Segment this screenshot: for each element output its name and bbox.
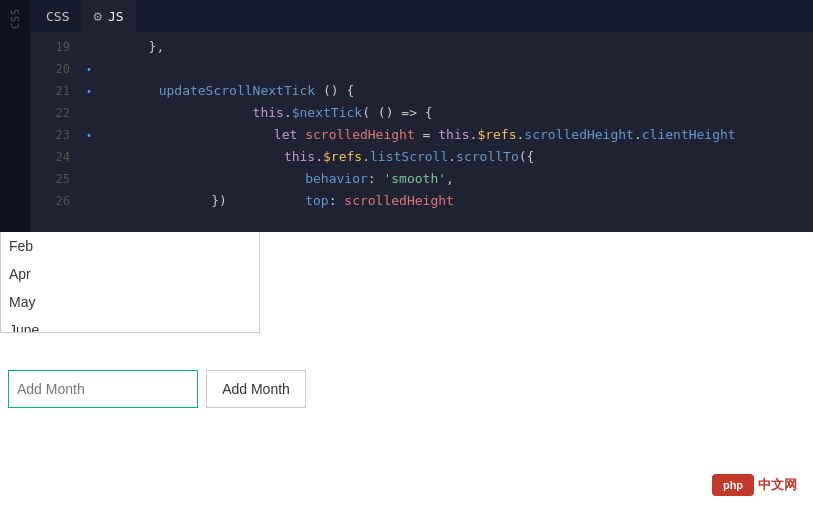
line-num-19: 19 [38, 36, 70, 58]
add-month-input[interactable] [8, 370, 198, 408]
month-list-scroll[interactable]: Feb Apr May June July Aug [1, 232, 259, 332]
code-line-21: 21 • this.$nextTick( () => { [30, 80, 813, 102]
sidebar-label-css: CSS [10, 8, 21, 29]
php-logo: php [712, 474, 754, 496]
line-dot-23: • [86, 125, 92, 147]
list-item-may: May [1, 288, 259, 316]
php-badge: php 中文网 [712, 474, 797, 496]
add-month-row: Add Month [0, 370, 314, 408]
line-num-24: 24 [38, 146, 70, 168]
editor-container: CSS CSS ⚙ JS 19 }, 20 • updateScrollNext… [0, 0, 813, 232]
line-num-23: 23 [38, 124, 70, 146]
list-item-apr: Apr [1, 260, 259, 288]
code-line-20: 20 • updateScrollNextTick () { [30, 58, 813, 80]
line-num-20: 20 [38, 58, 70, 80]
line-num-26: 26 [38, 190, 70, 212]
line-dot-21: • [86, 81, 92, 103]
code-area: 19 }, 20 • updateScrollNextTick () { 21 … [30, 32, 813, 232]
code-line-25: 25 top: scrolledHeight [30, 168, 813, 190]
line-num-22: 22 [38, 102, 70, 124]
line-dot-20: • [86, 59, 92, 81]
list-item-feb: Feb [1, 232, 259, 260]
list-item-june: June [1, 316, 259, 332]
line-num-25: 25 [38, 168, 70, 190]
css-tab-label: CSS [46, 9, 69, 24]
code-line-19: 19 }, [30, 36, 813, 58]
js-tab-label: JS [108, 9, 124, 24]
add-month-button[interactable]: Add Month [206, 370, 306, 408]
line-num-21: 21 [38, 80, 70, 102]
php-site-text: 中文网 [758, 476, 797, 494]
month-list-container: Feb Apr May June July Aug [0, 232, 260, 333]
editor-tabs: CSS CSS ⚙ JS [0, 0, 813, 32]
code-content-19: }, [86, 36, 164, 58]
gear-icon: ⚙ [93, 8, 101, 24]
code-line-22: 22 let scrolledHeight = this.$refs.scrol… [30, 102, 813, 124]
tab-js[interactable]: ⚙ JS [81, 0, 135, 32]
code-content-26: }) [86, 190, 227, 212]
sidebar-strip: CSS [0, 0, 30, 232]
tab-css[interactable]: CSS [34, 0, 81, 32]
